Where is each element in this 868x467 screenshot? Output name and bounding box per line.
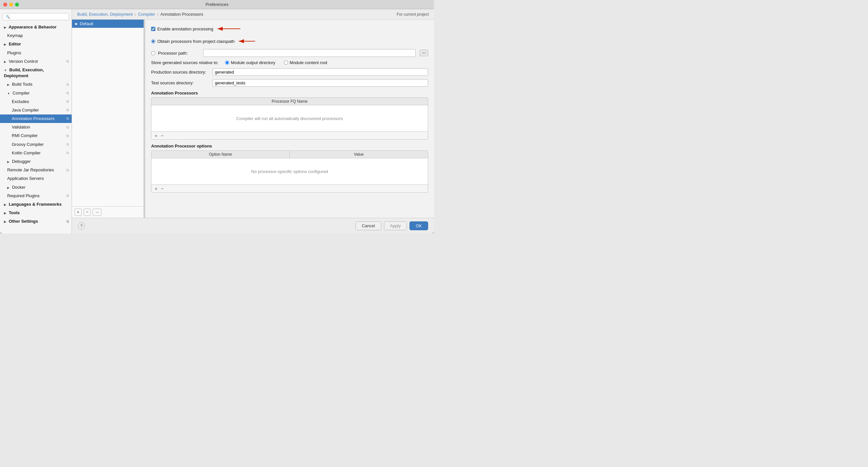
profiles-footer: + − → <box>72 206 144 218</box>
nav-profile-button[interactable]: → <box>93 209 101 216</box>
module-content-root-radio[interactable] <box>284 61 288 65</box>
copy-icon: ⧉ <box>66 107 69 113</box>
sidebar-item-tools[interactable]: ▶ Tools <box>0 209 72 217</box>
sidebar-item-keymap[interactable]: Keymap <box>0 31 72 40</box>
annotation-processors-table-body: Compiler will run all automatically disc… <box>151 105 428 131</box>
expand-arrow-icon: ▼ <box>4 69 7 72</box>
add-processor-button[interactable]: + <box>154 133 158 138</box>
enable-annotation-checkbox[interactable] <box>151 27 155 31</box>
profiles-panel: ▶ Default + − → <box>72 20 144 218</box>
annotation-options-empty-message: No processor-specific options configured <box>251 169 328 174</box>
expand-arrow-icon: ▶ <box>4 26 6 29</box>
store-sources-options: Module output directory Module content r… <box>225 60 331 65</box>
processor-path-row: Processor path: ⋯ <box>151 49 428 57</box>
sidebar-item-editor[interactable]: ▶ Editor <box>0 40 72 49</box>
copy-icon: ⧉ <box>66 125 69 130</box>
sidebar-item-groovy-compiler[interactable]: Groovy Compiler ⧉ <box>0 140 72 149</box>
module-output-radio[interactable] <box>225 61 229 65</box>
copy-icon: ⧉ <box>66 193 69 198</box>
close-button[interactable] <box>3 3 7 6</box>
search-box[interactable]: 🔍 <box>3 13 69 20</box>
enable-annotation-label[interactable]: Enable annotation processing <box>151 27 213 31</box>
breadcrumb-part-1: Build, Execution, Deployment <box>77 12 133 17</box>
sidebar-item-other-settings[interactable]: ▶ Other Settings ⧉ <box>0 217 72 226</box>
window-title: Preferences <box>206 2 228 7</box>
option-value-header: Value <box>290 151 428 158</box>
processor-path-label: Processor path: <box>158 51 200 56</box>
for-project-label: For current project <box>397 12 429 17</box>
copy-icon: ⧉ <box>66 150 69 155</box>
sidebar-item-validation[interactable]: Validation ⧉ <box>0 123 72 131</box>
test-dir-label: Test sources directory: <box>151 81 210 85</box>
maximize-button[interactable] <box>15 3 19 6</box>
sidebar-item-remote-jar[interactable]: Remote Jar Repositories ⧉ <box>0 166 72 174</box>
option-name-header: Option Name <box>151 151 290 158</box>
copy-icon: ⧉ <box>66 59 69 64</box>
default-profile-item[interactable]: ▶ Default <box>72 20 144 28</box>
search-icon: 🔍 <box>6 15 10 19</box>
help-button[interactable]: ? <box>78 222 85 229</box>
remove-processor-button[interactable]: − <box>160 133 164 138</box>
sidebar-item-application-servers[interactable]: Application Servers <box>0 174 72 183</box>
bottom-bar: ? Cancel Apply OK <box>72 218 434 234</box>
expand-arrow-icon: ▶ <box>4 212 6 215</box>
main-panel: Build, Execution, Deployment › Compiler … <box>72 9 434 234</box>
sidebar-item-plugins[interactable]: Plugins <box>0 49 72 57</box>
add-option-button[interactable]: + <box>154 186 158 191</box>
annotation-options-table-footer: + − <box>151 184 428 192</box>
processor-path-browse-button[interactable]: ⋯ <box>420 50 428 56</box>
breadcrumb-bar: Build, Execution, Deployment › Compiler … <box>72 9 434 20</box>
annotation-processors-table: Processor FQ Name Compiler will run all … <box>151 97 428 139</box>
module-content-root-label[interactable]: Module content root <box>284 60 328 65</box>
test-dir-input[interactable] <box>213 79 428 87</box>
sidebar-item-build-execution-deployment[interactable]: ▼ Build, Execution, Deployment <box>0 66 72 80</box>
apply-button[interactable]: Apply <box>384 221 407 230</box>
sidebar-item-java-compiler[interactable]: Java Compiler ⧉ <box>0 106 72 115</box>
sidebar-item-excludes[interactable]: Excludes ⧉ <box>0 97 72 106</box>
copy-icon: ⧉ <box>66 99 69 104</box>
copy-icon: ⧉ <box>66 168 69 173</box>
production-dir-row: Production sources directory: <box>151 68 428 76</box>
enable-annotation-row: Enable annotation processing <box>151 24 428 33</box>
sidebar-item-annotation-processors[interactable]: Annotation Processors ⧉ <box>0 115 72 123</box>
sidebar-item-version-control[interactable]: ▶ Version Control ⧉ <box>0 57 72 66</box>
obtain-classpath-radio[interactable] <box>151 39 155 43</box>
production-dir-input[interactable] <box>213 68 428 76</box>
sidebar-item-docker[interactable]: ▶ Docker <box>0 183 72 192</box>
sidebar-item-languages-frameworks[interactable]: ▶ Languages & Frameworks <box>0 200 72 209</box>
remove-profile-button[interactable]: − <box>84 209 91 216</box>
add-profile-button[interactable]: + <box>74 209 82 216</box>
sidebar-item-build-tools[interactable]: ▶ Build Tools ⧉ <box>0 80 72 89</box>
test-dir-row: Test sources directory: <box>151 79 428 87</box>
sidebar-item-rmi-compiler[interactable]: RMI Compiler ⧉ <box>0 131 72 140</box>
expand-arrow-icon: ▶ <box>4 220 6 223</box>
obtain-classpath-row: Obtain processors from project classpath <box>151 37 428 46</box>
annotation-processors-section-title: Annotation Processors <box>151 91 428 95</box>
minimize-button[interactable] <box>9 3 13 6</box>
processor-path-input[interactable] <box>203 49 416 57</box>
default-profile-label: Default <box>80 21 93 26</box>
annotation-options-table: Option Name Value No processor-specific … <box>151 150 428 193</box>
ok-button[interactable]: OK <box>409 221 428 230</box>
breadcrumb-current: Annotation Processors <box>161 12 204 17</box>
sidebar: 🔍 ▶ Appearance & Behavior Keymap ▶ Edito… <box>0 9 72 234</box>
remove-option-button[interactable]: − <box>160 186 164 191</box>
obtain-classpath-label[interactable]: Obtain processors from project classpath <box>151 39 235 44</box>
store-sources-label: Store generated sources relative to: <box>151 60 218 65</box>
breadcrumb-sep-2: › <box>157 12 158 17</box>
search-input[interactable] <box>11 14 66 19</box>
sidebar-item-appearance-behavior[interactable]: ▶ Appearance & Behavior <box>0 23 72 31</box>
sidebar-item-compiler[interactable]: ▼ Compiler ⧉ <box>0 89 72 97</box>
processor-fq-name-header: Processor FQ Name <box>151 98 428 105</box>
annotation-processors-table-footer: + − <box>151 131 428 139</box>
sidebar-item-kotlin-compiler[interactable]: Kotlin Compiler ⧉ <box>0 149 72 157</box>
module-output-label[interactable]: Module output directory <box>225 60 275 65</box>
preferences-window: Preferences 🔍 ▶ Appearance & Behavior Ke… <box>0 0 434 234</box>
copy-icon: ⧉ <box>66 219 69 224</box>
sidebar-item-debugger[interactable]: ▶ Debugger <box>0 157 72 166</box>
processor-path-radio[interactable] <box>151 51 155 55</box>
sidebar-item-required-plugins[interactable]: Required Plugins ⧉ <box>0 192 72 200</box>
expand-arrow-icon: ▶ <box>4 203 6 206</box>
copy-icon: ⧉ <box>66 91 69 95</box>
cancel-button[interactable]: Cancel <box>355 221 381 230</box>
